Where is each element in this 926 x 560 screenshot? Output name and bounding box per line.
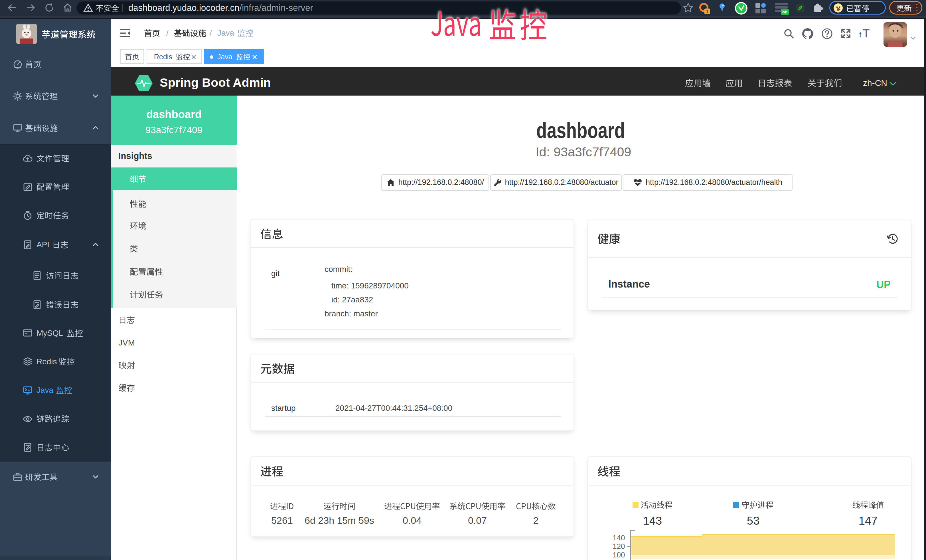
svg-text:1: 1: [706, 9, 709, 14]
svg-text:T: T: [863, 28, 870, 39]
svg-text:t: t: [859, 30, 861, 39]
svg-text:on: on: [782, 9, 787, 14]
